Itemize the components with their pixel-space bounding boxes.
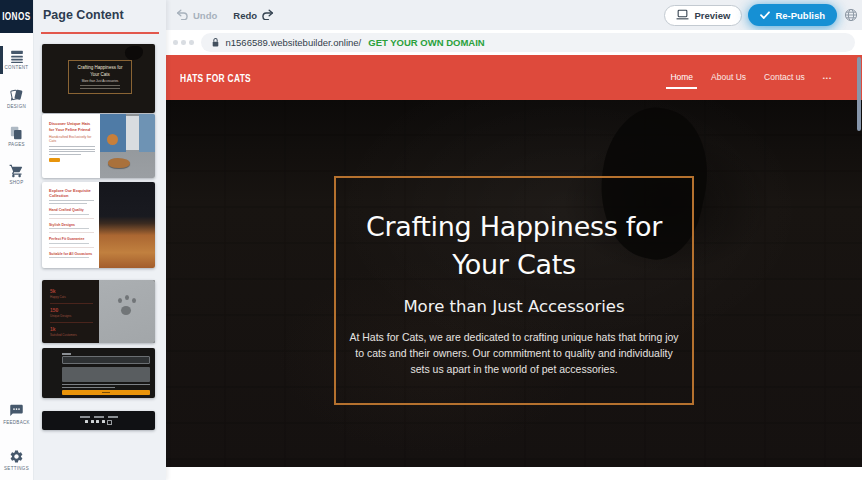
- section-thumbnail-list: Crafting Happiness for Your Cats More th…: [42, 44, 156, 430]
- poster-shape: [100, 114, 126, 152]
- nav-item-contact[interactable]: Contact us: [764, 72, 805, 84]
- redo-button[interactable]: Redo: [233, 9, 274, 22]
- hero-section[interactable]: Crafting Happiness for Your Cats More th…: [166, 100, 862, 467]
- panel-title-underline: [41, 32, 159, 34]
- ionos-logo[interactable]: IONOS: [0, 0, 33, 33]
- thumb-form: [62, 353, 150, 395]
- get-domain-link[interactable]: GET YOUR OWN DOMAIN: [368, 37, 484, 48]
- thumb-collection-heading: Explore Our Exquisite Collection: [49, 188, 94, 198]
- sidebar-item-label: PAGES: [8, 142, 25, 147]
- thumbnail-hero-section[interactable]: Crafting Happiness for Your Cats More th…: [42, 44, 155, 113]
- nav-more-menu[interactable]: •••: [823, 75, 832, 81]
- preview-label: Preview: [694, 10, 730, 21]
- sidebar-item-label: FEEDBACK: [3, 420, 30, 425]
- site-brand-logo[interactable]: HATS FOR CATS: [180, 72, 251, 84]
- thumb-about-subheading: Handcrafted Exclusively for Cats: [49, 135, 95, 143]
- stat-label: Satisfied Customers: [50, 333, 93, 337]
- footer-link-bars: [80, 416, 118, 418]
- stat-value: 150: [50, 307, 93, 313]
- hero-text-frame[interactable]: Crafting Happiness for Your Cats More th…: [334, 176, 694, 405]
- panel-title: Page Content: [43, 8, 124, 22]
- feedback-bubble-icon: [9, 404, 24, 418]
- thumb-accordion-item: Suitable for All Occasions: [49, 252, 94, 262]
- thumb-accordion-item: Perfect Fit Guarantee: [49, 237, 94, 248]
- thumb-hero-title: Crafting Happiness for Your Cats: [78, 65, 123, 79]
- lock-icon: [211, 34, 220, 52]
- footer-social-icons: [85, 420, 112, 425]
- redo-label: Redo: [233, 10, 257, 21]
- form-caption-bar: [62, 387, 115, 388]
- sidebar-item-label: CONTENT: [5, 65, 29, 70]
- republish-label: Re-Publish: [775, 10, 825, 21]
- thumb-accordion-item: Hand Crafted Quality: [49, 208, 94, 219]
- hero-subtitle[interactable]: More than Just Accessories: [336, 297, 692, 316]
- thumbnail-contact-form-section[interactable]: [42, 348, 155, 398]
- sidebar-item-settings[interactable]: SETTINGS: [0, 442, 33, 478]
- stat-divider: [50, 303, 93, 304]
- sidebar-item-pages[interactable]: PAGES: [0, 118, 33, 154]
- thumb-button-shape: [49, 158, 60, 162]
- form-input-shape: [62, 356, 150, 364]
- pages-icon: [9, 126, 24, 140]
- site-nav: Home About Us Contact us •••: [670, 72, 832, 84]
- sidebar-item-label: SETTINGS: [4, 466, 29, 471]
- sidebar-item-feedback[interactable]: FEEDBACK: [0, 396, 33, 432]
- thumb-stats-text: 5k Happy Cats 150 Unique Designs 1k Sati…: [42, 280, 99, 343]
- hero-title[interactable]: Crafting Happiness for Your Cats: [336, 208, 692, 284]
- site-url: n1566589.websitebuilder.online/: [226, 37, 362, 48]
- nav-item-about[interactable]: About Us: [711, 72, 746, 84]
- undo-button[interactable]: Undo: [176, 9, 217, 22]
- form-submit-button-shape: [62, 390, 150, 395]
- thumb-tabby-cat-photo: [99, 182, 156, 268]
- preview-scrollbar[interactable]: [857, 57, 861, 131]
- sidebar-item-label: SHOP: [10, 180, 24, 185]
- canvas-bottom-strip: [166, 467, 862, 480]
- stat-divider: [50, 322, 93, 323]
- republish-button[interactable]: Re-Publish: [748, 4, 837, 26]
- sidebar-main-nav: CONTENT DESIGN: [0, 42, 33, 192]
- thumb-cat-shape: [125, 46, 143, 60]
- website-builder-app: IONOS CONTENT: [0, 0, 862, 480]
- globe-icon[interactable]: [844, 8, 858, 22]
- page-content-panel: Page Content Crafting Happiness for Your…: [33, 0, 166, 480]
- poster-shape: [139, 114, 155, 152]
- poster-shape: [126, 116, 139, 150]
- cat-shape: [108, 158, 130, 168]
- hero-paragraph[interactable]: At Hats for Cats, we are dedicated to cr…: [349, 329, 679, 378]
- thumb-collection-text: Explore Our Exquisite Collection Hand Cr…: [42, 182, 99, 268]
- form-label-bar: [62, 353, 71, 355]
- sidebar-item-shop[interactable]: SHOP: [0, 156, 33, 192]
- sidebar-bottom-nav: FEEDBACK SETTINGS: [0, 396, 33, 478]
- address-bar[interactable]: n1566589.websitebuilder.online/ GET YOUR…: [201, 33, 856, 52]
- stat-value: 5k: [50, 288, 93, 294]
- thumbnail-collection-section[interactable]: Explore Our Exquisite Collection Hand Cr…: [42, 182, 155, 268]
- thumbnail-stats-section[interactable]: 5k Happy Cats 150 Unique Designs 1k Sati…: [42, 280, 155, 343]
- sidebar-item-design[interactable]: DESIGN: [0, 80, 33, 116]
- nav-item-home[interactable]: Home: [670, 72, 693, 84]
- thumb-about-text: Discover Unique Hats for Your Feline Fri…: [42, 114, 100, 178]
- thumb-text-bar: [49, 203, 87, 204]
- preview-button[interactable]: Preview: [664, 5, 742, 26]
- stat-label: Happy Cats: [50, 295, 93, 299]
- site-header[interactable]: HATS FOR CATS Home About Us Contact us •…: [166, 55, 862, 100]
- ionos-logo-text: IONOS: [2, 11, 30, 22]
- icon-sidebar: IONOS CONTENT: [0, 0, 34, 480]
- thumb-accordion-item: Stylish Designs: [49, 223, 94, 234]
- stat-label: Unique Designs: [50, 314, 93, 318]
- paw-shape: [125, 295, 129, 300]
- site-preview-canvas[interactable]: Crafting Happiness for Your Cats More th…: [166, 55, 862, 467]
- paw-shape: [132, 298, 136, 303]
- form-textarea-shape: [62, 367, 150, 382]
- redo-icon: [261, 9, 274, 22]
- undo-label: Undo: [193, 10, 217, 21]
- thumb-pawprint-photo: [99, 280, 156, 343]
- thumbnail-footer-section[interactable]: [42, 411, 155, 430]
- poster-shape: [107, 134, 118, 145]
- stat-value: 1k: [50, 326, 93, 332]
- thumb-hero-sub: More than Just Accessories: [82, 79, 119, 83]
- thumbnail-about-section[interactable]: Discover Unique Hats for Your Feline Fri…: [42, 114, 155, 178]
- sidebar-item-content[interactable]: CONTENT: [0, 42, 33, 78]
- paw-shape: [121, 306, 131, 315]
- thumb-text-bar: [80, 85, 120, 86]
- editor-stage: Undo Redo Preview: [166, 0, 862, 480]
